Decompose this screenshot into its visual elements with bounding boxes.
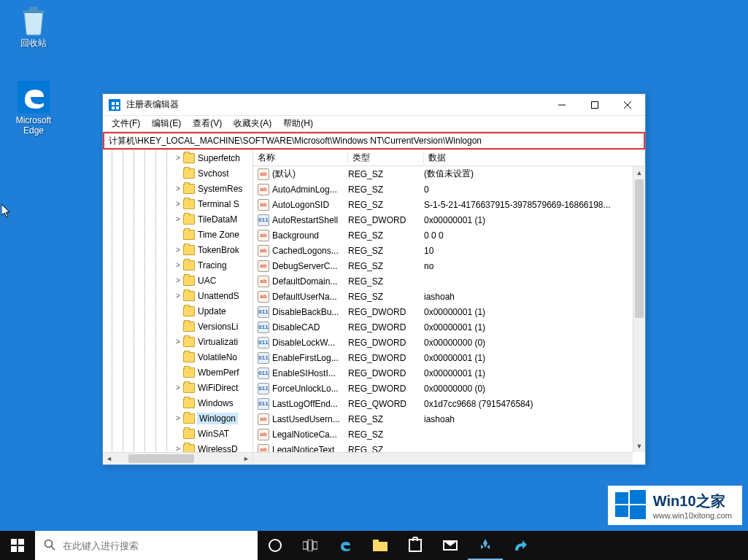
expand-icon[interactable]: > — [173, 246, 183, 254]
list-row[interactable]: 011DisableLockW...REG_DWORD0x00000000 (0… — [253, 335, 645, 350]
list-row[interactable]: 011ForceUnlockLo...REG_DWORD0x00000000 (… — [253, 381, 645, 396]
scroll-thumb[interactable] — [635, 179, 644, 318]
expand-icon[interactable]: > — [173, 276, 183, 284]
tree-item[interactable]: WinSAT — [173, 426, 252, 441]
minimize-button[interactable] — [545, 95, 578, 115]
taskbar-edge[interactable] — [328, 531, 363, 560]
tree-hscrollbar[interactable]: ◄ ► — [103, 452, 252, 464]
value-type-icon: 011 — [258, 322, 269, 333]
start-button[interactable] — [0, 531, 35, 560]
value-name: EnableFirstLog... — [272, 353, 348, 363]
expand-icon[interactable]: > — [173, 384, 183, 392]
list-row[interactable]: abCachedLogons...REG_SZ10 — [253, 243, 645, 258]
desktop-icon-recycle-bin[interactable]: 回收站 — [6, 3, 61, 48]
tree-item[interactable]: WbemPerf — [173, 365, 252, 380]
taskbar-mail[interactable] — [433, 531, 468, 560]
list-row[interactable]: abDefaultDomain...REG_SZ — [253, 273, 645, 289]
menu-edit[interactable]: 编辑(E) — [146, 116, 187, 131]
watermark: Win10之家 www.win10xitong.com — [608, 486, 742, 525]
scroll-thumb[interactable] — [128, 454, 194, 463]
tree-item[interactable]: >WiFiDirect — [173, 380, 252, 395]
expand-icon[interactable]: > — [173, 338, 183, 346]
maximize-button[interactable] — [578, 95, 611, 115]
list-row[interactable]: ab(默认)REG_SZ(数值未设置) — [253, 166, 645, 182]
list-row[interactable]: 011LastLogOffEnd...REG_QWORD0x1d7cc9668 … — [253, 396, 645, 411]
tree-item[interactable]: >Tracing — [173, 257, 252, 273]
tree-item-label: Virtualizati — [198, 337, 238, 347]
list-row[interactable]: 011AutoRestartShellREG_DWORD0x00000001 (… — [253, 212, 645, 228]
taskbar-app[interactable] — [468, 531, 503, 560]
list-row[interactable]: abBackgroundREG_SZ0 0 0 — [253, 228, 645, 243]
expand-icon[interactable]: > — [173, 200, 183, 208]
expand-icon[interactable]: > — [173, 154, 183, 162]
tree-item[interactable]: Time Zone — [173, 227, 252, 242]
value-type-icon: 011 — [258, 306, 269, 318]
expand-icon[interactable]: > — [173, 292, 183, 300]
tree-item[interactable]: >UAC — [173, 273, 252, 288]
list-row[interactable]: abAutoAdminLog...REG_SZ0 — [253, 182, 645, 197]
tree-item[interactable]: >SystemRes — [173, 181, 252, 196]
windows-logo-icon — [615, 490, 646, 521]
tree-item[interactable]: VersionsLi — [173, 319, 252, 334]
list-row[interactable]: 011EnableSIHostI...REG_DWORD0x00000001 (… — [253, 365, 645, 381]
taskbar-cortana[interactable] — [258, 531, 293, 560]
list-row[interactable]: abLegalNoticeCa...REG_SZ — [253, 427, 645, 442]
col-header-data[interactable]: 数据 — [424, 152, 645, 164]
address-bar[interactable]: 计算机\HKEY_LOCAL_MACHINE\SOFTWARE\Microsof… — [103, 132, 645, 149]
edge-icon — [17, 80, 50, 114]
menu-view[interactable]: 查看(V) — [187, 116, 228, 131]
tree-item[interactable]: >Virtualizati — [173, 334, 252, 349]
search-icon — [44, 539, 55, 553]
col-header-name[interactable]: 名称 — [253, 152, 348, 164]
col-header-type[interactable]: 类型 — [348, 152, 424, 164]
scroll-up-icon[interactable]: ▲ — [633, 166, 645, 179]
menu-favorites[interactable]: 收藏夹(A) — [228, 116, 277, 131]
list-vscrollbar[interactable]: ▲ ▼ — [633, 166, 645, 452]
tree-item-label: VersionsLi — [198, 322, 238, 332]
list-row[interactable]: abAutoLogonSIDREG_SZS-1-5-21-4176637915-… — [253, 197, 645, 212]
list-row[interactable]: 011DisableCADREG_DWORD0x00000001 (1) — [253, 319, 645, 335]
taskbar-explorer[interactable] — [363, 531, 398, 560]
list-row[interactable]: abDebugServerC...REG_SZno — [253, 258, 645, 273]
tree-item[interactable]: >Terminal S — [173, 196, 252, 211]
tree-item[interactable]: >Winlogon — [173, 411, 252, 426]
tree-item[interactable]: >TileDataM — [173, 211, 252, 227]
list-row[interactable]: abLastUsedUsern...REG_SZiashoah — [253, 411, 645, 427]
value-name: DisableCAD — [272, 322, 348, 332]
tree-item-label: TokenBrok — [198, 245, 239, 255]
scroll-down-icon[interactable]: ▼ — [633, 440, 645, 452]
tree-item[interactable]: Svchost — [173, 166, 252, 181]
taskbar-search[interactable] — [35, 531, 258, 560]
expand-icon[interactable]: > — [173, 414, 183, 422]
taskbar-store[interactable] — [398, 531, 433, 560]
tree-item[interactable]: Update — [173, 303, 252, 319]
search-input[interactable] — [63, 540, 249, 551]
desktop-icon-edge[interactable]: Microsoft Edge — [6, 80, 61, 136]
value-name: CachedLogons... — [272, 246, 348, 256]
expand-icon[interactable]: > — [173, 261, 183, 269]
expand-icon[interactable]: > — [173, 215, 183, 223]
menu-file[interactable]: 文件(F) — [106, 116, 146, 131]
titlebar[interactable]: 注册表编辑器 — [103, 94, 645, 116]
list-row[interactable]: abDefaultUserNa...REG_SZiashoah — [253, 289, 645, 304]
expand-icon[interactable]: > — [173, 184, 183, 192]
scroll-left-icon[interactable]: ◄ — [103, 453, 115, 464]
list-row[interactable]: 011EnableFirstLog...REG_DWORD0x00000001 … — [253, 350, 645, 365]
tree-item[interactable]: >TokenBrok — [173, 242, 252, 257]
watermark-title: Win10之家 — [653, 491, 732, 511]
tree-pane: >SuperfetchSvchost>SystemRes>Terminal S>… — [103, 150, 253, 464]
value-type-icon: ab — [258, 168, 269, 180]
list-row[interactable]: 011DisableBackBu...REG_DWORD0x00000001 (… — [253, 304, 645, 319]
taskbar-app2[interactable] — [503, 531, 538, 560]
tree-item[interactable]: >Superfetch — [173, 150, 252, 166]
scroll-right-icon[interactable]: ► — [240, 453, 252, 464]
close-button[interactable] — [611, 95, 644, 115]
taskbar-taskview[interactable] — [293, 531, 328, 560]
menu-help[interactable]: 帮助(H) — [277, 116, 319, 131]
tree-item[interactable]: VolatileNo — [173, 349, 252, 365]
windows-start-icon — [11, 539, 24, 552]
tree-item[interactable]: Windows — [173, 395, 252, 411]
tree-item[interactable]: >UnattendS — [173, 288, 252, 303]
list-hscrollbar[interactable] — [253, 452, 633, 464]
value-name: DebugServerC... — [272, 261, 348, 271]
